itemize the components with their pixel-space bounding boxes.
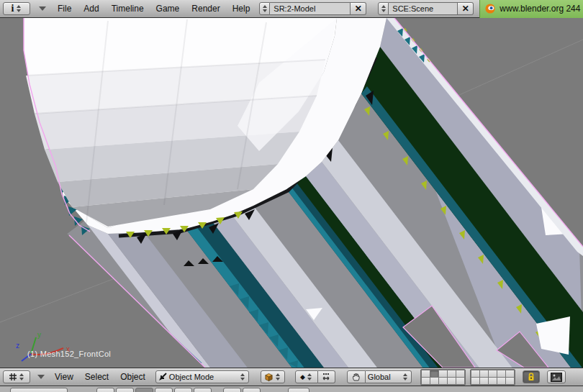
scene-name-field[interactable]: SCE:Scene [389, 2, 458, 15]
blender-window: i File Add Timeline Game Render Help SR:… [0, 0, 583, 392]
layer-toggle[interactable] [430, 370, 438, 377]
partial-button[interactable] [288, 388, 309, 392]
layer-toggle[interactable] [439, 370, 447, 377]
menu-object[interactable]: Object [120, 372, 145, 382]
layer-toggle[interactable] [439, 378, 447, 384]
web-badge-text: www.blender.org 244 [500, 4, 580, 14]
menu-render[interactable]: Render [191, 4, 220, 14]
view3d-window-icon [9, 373, 17, 381]
partial-button[interactable] [194, 388, 212, 392]
layer-toggle[interactable] [422, 370, 430, 377]
partial-button[interactable] [135, 388, 153, 392]
menu-timeline[interactable]: Timeline [112, 4, 144, 14]
layer-toggle[interactable] [430, 378, 438, 384]
dropdown-spinner-icon [240, 373, 246, 380]
partial-button[interactable] [96, 388, 114, 392]
layer-toggle[interactable] [448, 378, 456, 384]
orientation-dropdown[interactable]: Global [366, 370, 412, 383]
partial-button[interactable] [223, 388, 241, 392]
active-object-label: (1) Mesh152_FrontCol [27, 350, 111, 358]
menu-view[interactable]: View [55, 372, 73, 382]
layer-toggle[interactable] [480, 370, 488, 377]
dropdown-spinner-icon [275, 373, 281, 380]
blender-logo-icon [484, 3, 496, 14]
mode-dropdown-label: Object Mode [169, 373, 238, 381]
pivot-dropdown[interactable]: ◆ [295, 370, 318, 383]
object-mode-icon [158, 373, 168, 381]
layer-toggle[interactable] [497, 370, 505, 377]
layer-buttons-group-1 [420, 369, 466, 386]
header-collapse-icon[interactable] [39, 6, 46, 11]
axis-z-label: z [16, 342, 19, 350]
header-collapse-icon[interactable] [37, 375, 45, 379]
lock-icon [527, 372, 535, 382]
browse-spinner-icon [381, 5, 386, 12]
solid-draw-type-icon [264, 373, 274, 382]
info-window-icon: i [12, 3, 14, 14]
dropdown-spinner-icon [307, 373, 313, 380]
top-header: i File Add Timeline Game Render Help SR:… [0, 0, 583, 18]
manipulator-toggle-button[interactable] [318, 370, 335, 383]
pivot-point-icon: ◆ [300, 373, 305, 380]
screen-close-button[interactable]: ✕ [351, 2, 366, 15]
lock-layers-button[interactable] [523, 370, 540, 383]
layer-toggle[interactable] [448, 370, 456, 377]
axis-y-label: y [37, 331, 41, 339]
layer-toggle[interactable] [456, 370, 464, 377]
draw-type-dropdown[interactable] [261, 370, 285, 383]
partial-button[interactable] [116, 388, 134, 392]
layer-toggle[interactable] [497, 378, 505, 384]
screen-selector: SR:2-Model ✕ [259, 2, 366, 15]
window-type-spinner-icon [19, 373, 25, 380]
screen-name-field[interactable]: SR:2-Model [270, 2, 351, 15]
manipulator-hand-button[interactable] [347, 370, 366, 383]
scene-selector: SCE:Scene ✕ [378, 2, 474, 15]
layer-toggle[interactable] [471, 370, 479, 377]
web-badge: www.blender.org 244 [479, 0, 583, 18]
image-icon [551, 373, 562, 382]
view3d-header: View Select Object Object Mode ◆ [0, 368, 583, 386]
layer-toggle[interactable] [489, 378, 497, 384]
layer-toggle[interactable] [489, 370, 497, 377]
render-preview-button[interactable] [547, 370, 566, 383]
viewport-canvas[interactable]: z y x [0, 18, 583, 368]
manipulator-icon [321, 373, 331, 381]
scene-browse-button[interactable] [378, 2, 389, 15]
buttons-window-strip [0, 386, 583, 392]
mode-dropdown[interactable]: Object Mode [155, 370, 249, 383]
hand-icon [351, 372, 361, 382]
partial-button[interactable] [174, 388, 192, 392]
window-type-button[interactable] [3, 370, 30, 383]
scene-close-button[interactable]: ✕ [458, 2, 474, 15]
menu-select[interactable]: Select [85, 372, 109, 382]
dropdown-spinner-icon [402, 373, 409, 380]
menu-add[interactable]: Add [83, 4, 99, 14]
layer-buttons-group-2 [470, 369, 515, 386]
partial-button[interactable] [10, 388, 68, 392]
layer-toggle[interactable] [456, 378, 464, 384]
pivot-group: ◆ [295, 370, 335, 383]
layer-toggle[interactable] [480, 378, 488, 384]
window-type-spinner-icon [15, 5, 22, 12]
menu-game[interactable]: Game [156, 4, 180, 14]
window-type-button[interactable]: i [3, 2, 30, 15]
viewport-3d[interactable]: z y x (1) Mesh152_FrontCol [0, 18, 583, 368]
layer-toggle[interactable] [471, 378, 479, 384]
menu-help[interactable]: Help [232, 4, 250, 14]
partial-button[interactable] [243, 388, 261, 392]
menu-file[interactable]: File [58, 4, 71, 14]
orientation-group: Global [347, 370, 412, 383]
orientation-label: Global [368, 373, 401, 381]
layer-toggle[interactable] [422, 378, 430, 384]
screen-browse-button[interactable] [259, 2, 270, 15]
layer-toggle[interactable] [506, 378, 514, 384]
browse-spinner-icon [262, 5, 267, 12]
partial-button[interactable] [155, 388, 173, 392]
layer-toggle[interactable] [506, 370, 514, 377]
